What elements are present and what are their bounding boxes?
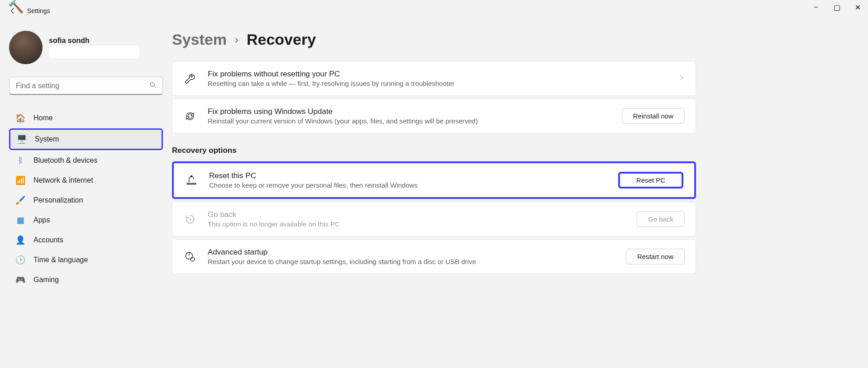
avatar bbox=[9, 31, 43, 64]
sidebar-item-label: Accounts bbox=[33, 236, 63, 244]
sidebar-item-system[interactable]: 🖥️System bbox=[9, 128, 163, 150]
history-icon bbox=[183, 212, 197, 226]
card-title: Reset this PC bbox=[209, 171, 607, 180]
search-wrap bbox=[9, 77, 163, 95]
sidebar-item-label: Bluetooth & devices bbox=[33, 156, 97, 165]
sidebar: sofia sondh 🏠Home 🖥️System ᛒBluetooth & … bbox=[0, 22, 172, 368]
maximize-button[interactable]: ▢ bbox=[826, 0, 847, 14]
card-subtitle: Reinstall your current version of Window… bbox=[208, 117, 611, 125]
sidebar-item-apps[interactable]: ▦Apps bbox=[9, 211, 163, 230]
chevron-right-icon: › bbox=[235, 33, 238, 46]
sidebar-item-bluetooth[interactable]: ᛒBluetooth & devices bbox=[9, 151, 163, 170]
card-fix-without-reset[interactable]: Fix problems without resetting your PC R… bbox=[172, 61, 696, 96]
reinstall-now-button[interactable]: Reinstall now bbox=[622, 108, 685, 124]
sidebar-item-label: System bbox=[35, 135, 59, 143]
card-title: Fix problems without resetting your PC bbox=[208, 70, 668, 79]
chevron-right-icon bbox=[678, 75, 685, 83]
sidebar-item-accounts[interactable]: 👤Accounts bbox=[9, 231, 163, 250]
bluetooth-icon: ᛒ bbox=[15, 156, 25, 165]
clock-icon: 🕒 bbox=[15, 255, 25, 265]
nav: 🏠Home 🖥️System ᛒBluetooth & devices 📶Net… bbox=[9, 109, 163, 289]
main-content: System › Recovery Fix problems without r… bbox=[172, 22, 868, 368]
close-button[interactable]: ✕ bbox=[847, 0, 868, 14]
go-back-button: Go back bbox=[637, 211, 685, 227]
breadcrumb-current: Recovery bbox=[247, 31, 316, 48]
profile-email-redacted bbox=[49, 46, 139, 58]
card-subtitle: This option is no longer available on th… bbox=[208, 220, 626, 228]
card-subtitle: Restart your device to change startup se… bbox=[208, 258, 615, 265]
sidebar-item-personalization[interactable]: 🖌️Personalization bbox=[9, 191, 163, 210]
brush-icon: 🖌️ bbox=[15, 195, 25, 205]
search-icon bbox=[149, 81, 157, 90]
card-subtitle: Resetting can take a while — first, try … bbox=[208, 80, 668, 87]
search-input[interactable] bbox=[9, 77, 163, 95]
card-go-back: Go back This option is no longer availab… bbox=[172, 202, 696, 236]
sidebar-item-time[interactable]: 🕒Time & language bbox=[9, 250, 163, 269]
svg-line-1 bbox=[154, 86, 156, 88]
person-icon: 👤 bbox=[15, 235, 25, 245]
sidebar-item-label: Home bbox=[33, 114, 53, 122]
maximize-icon: ▢ bbox=[834, 3, 840, 12]
home-icon: 🏠 bbox=[15, 113, 25, 123]
sidebar-item-network[interactable]: 📶Network & internet bbox=[9, 171, 163, 190]
wrench-icon bbox=[183, 72, 197, 85]
hammer-overlay-icon: 🔨 bbox=[8, 0, 24, 14]
sidebar-item-label: Apps bbox=[33, 216, 50, 224]
close-icon: ✕ bbox=[855, 3, 861, 12]
svg-point-0 bbox=[150, 82, 154, 86]
gamepad-icon: 🎮 bbox=[15, 275, 25, 285]
sidebar-item-label: Personalization bbox=[33, 196, 83, 204]
profile-block[interactable]: sofia sondh bbox=[9, 31, 163, 64]
reset-icon bbox=[185, 174, 198, 187]
sync-icon bbox=[183, 109, 197, 123]
restart-now-button[interactable]: Restart now bbox=[626, 249, 685, 264]
sidebar-item-gaming[interactable]: 🎮Gaming bbox=[9, 270, 163, 289]
breadcrumb-parent[interactable]: System bbox=[172, 31, 227, 48]
power-gear-icon bbox=[183, 250, 197, 264]
sidebar-item-label: Time & language bbox=[33, 256, 88, 264]
minimize-button[interactable]: − bbox=[806, 0, 826, 14]
system-icon: 🖥️ bbox=[17, 134, 27, 144]
breadcrumb: System › Recovery bbox=[172, 31, 696, 48]
apps-icon: ▦ bbox=[15, 215, 25, 225]
profile-name: sofia sondh bbox=[49, 37, 139, 45]
app-title: Settings bbox=[27, 7, 50, 14]
reset-pc-button[interactable]: Reset PC bbox=[618, 172, 683, 189]
card-subtitle: Choose to keep or remove your personal f… bbox=[209, 181, 607, 189]
sidebar-item-label: Network & internet bbox=[33, 176, 93, 184]
card-title: Advanced startup bbox=[208, 248, 615, 257]
card-advanced-startup: Advanced startup Restart your device to … bbox=[172, 239, 696, 274]
minimize-icon: − bbox=[814, 3, 818, 11]
wifi-icon: 📶 bbox=[15, 175, 25, 185]
card-fix-windows-update: Fix problems using Windows Update Reinst… bbox=[172, 99, 696, 133]
sidebar-item-label: Gaming bbox=[33, 276, 59, 284]
card-title: Fix problems using Windows Update bbox=[208, 107, 611, 116]
window-controls: − ▢ ✕ bbox=[806, 0, 868, 14]
card-reset-pc: Reset this PC Choose to keep or remove y… bbox=[172, 161, 696, 199]
sidebar-item-home[interactable]: 🏠Home bbox=[9, 109, 163, 127]
titlebar: Settings − ▢ ✕ bbox=[0, 0, 868, 22]
card-title: Go back bbox=[208, 210, 626, 219]
svg-point-4 bbox=[191, 257, 195, 261]
section-heading-recovery: Recovery options bbox=[172, 146, 696, 155]
